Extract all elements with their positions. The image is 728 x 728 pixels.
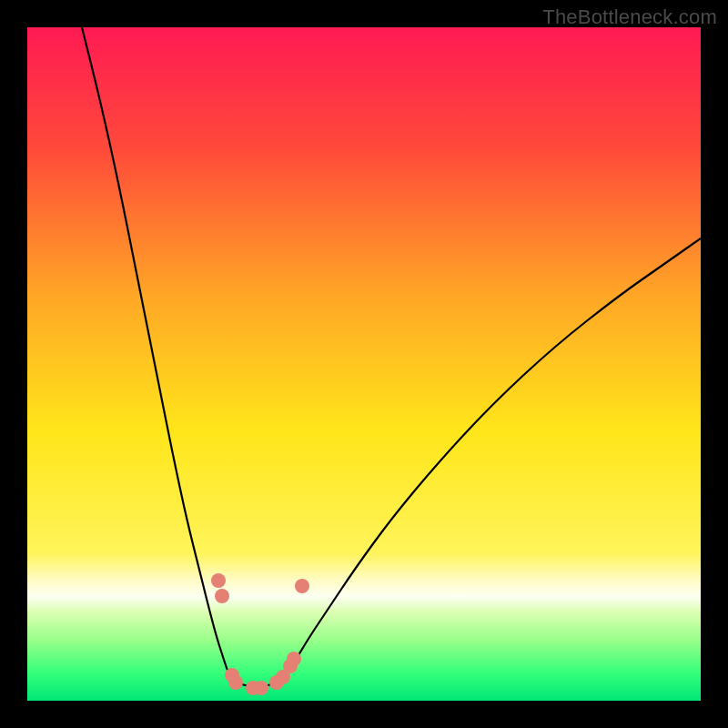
- chart-plot-area: [27, 27, 701, 701]
- curve-right-branch: [279, 238, 701, 682]
- data-marker: [254, 681, 268, 695]
- chart-curves-layer: [27, 27, 701, 701]
- watermark-text: TheBottleneck.com: [542, 5, 717, 29]
- curve-left-branch: [82, 27, 234, 682]
- data-marker: [295, 579, 309, 593]
- data-markers-group: [211, 573, 309, 695]
- data-marker: [211, 573, 226, 588]
- data-marker: [215, 589, 229, 603]
- data-marker: [287, 652, 301, 666]
- data-marker: [228, 675, 243, 690]
